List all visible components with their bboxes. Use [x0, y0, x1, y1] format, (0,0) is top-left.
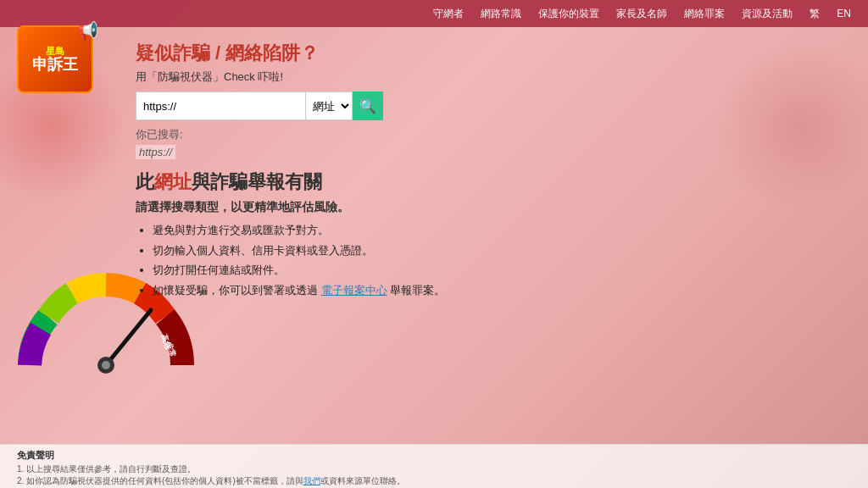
warning-4-suffix: 舉報罪案。 [387, 284, 446, 297]
disclaimer-title: 免責聲明 [17, 449, 851, 462]
warning-4-prefix: 如懷疑受騙，你可以到警署或透過 [153, 284, 321, 297]
warning-item-1: 避免與對方進行交易或匯款予對方。 [153, 222, 834, 239]
warning-item-3: 切勿打開任何連結或附件。 [153, 262, 834, 279]
contact-us-link[interactable]: 我們 [303, 476, 320, 485]
result-subtitle: 請選擇搜尋類型，以更精準地評估風險。 [136, 200, 834, 215]
nav-lang-zh[interactable]: 繁 [810, 7, 820, 21]
result-section: 此網址與詐騙舉報有關 請選擇搜尋類型，以更精準地評估風險。 避免與對方進行交易或… [136, 169, 834, 298]
search-section: 疑似詐騙 / 網絡陷阱？ 用「防騙視伏器」Check 吓啦! 網址 電話 帳號 … [136, 41, 834, 159]
warning-item-2: 切勿輸入個人資料、信用卡資料或登入憑證。 [153, 242, 834, 259]
nav-item-protect[interactable]: 保護你的裝置 [538, 7, 599, 21]
main-content: 疑似詐騙 / 網絡陷阱？ 用「防騙視伏器」Check 吓啦! 網址 電話 帳號 … [119, 32, 851, 441]
result-title-prefix: 此 [136, 171, 154, 192]
search-button[interactable]: 🔍 [353, 92, 383, 120]
nav-lang-en[interactable]: EN [837, 8, 851, 19]
search-icon: 🔍 [359, 98, 376, 114]
result-title-highlight: 網址 [154, 171, 192, 192]
megaphone-icon: 📢 [77, 20, 98, 41]
check-subtitle: 用「防騙視伏器」Check 吓啦! [136, 69, 834, 85]
result-title-suffix: 與詐騙舉報有關 [192, 171, 322, 192]
logo-box: 📢 星島 申訴王 [17, 25, 93, 93]
logo-text-main: 申訴王 [32, 57, 78, 74]
nav-item-knowledge[interactable]: 網路常識 [481, 7, 521, 21]
disclaimer-line1: 1. 以上搜尋結果僅供參考，請自行判斷及查證。 [17, 463, 851, 475]
logo-text-top: 星島 [46, 46, 64, 57]
fraud-title: 疑似詐騙 / 網絡陷阱？ [136, 41, 834, 66]
disclaimer-line2-suffix: 或資料來源單位聯絡。 [320, 476, 405, 485]
searched-url: https:// [136, 145, 175, 159]
disclaimer-line2-prefix: 2. 如你認為防騙視伏器提供的任何資料(包括你的個人資料)被不當標籤，請與 [17, 476, 303, 485]
report-center-link[interactable]: 電子報案中心 [321, 284, 387, 297]
result-title: 此網址與詐騙舉報有關 [136, 169, 834, 195]
footer-disclaimer: 免責聲明 1. 以上搜尋結果僅供參考，請自行判斷及查證。 2. 如你認為防騙視伏… [0, 444, 868, 488]
search-type-select[interactable]: 網址 電話 帳號 [305, 92, 353, 120]
disclaimer-line2: 2. 如你認為防騙視伏器提供的任何資料(包括你的個人資料)被不當標籤，請與我們或… [17, 475, 851, 487]
nav-item-crime[interactable]: 網絡罪案 [684, 7, 725, 21]
nav-item-guardian[interactable]: 守網者 [433, 7, 464, 21]
warning-item-4: 如懷疑受騙，你可以到警署或透過 電子報案中心 舉報罪案。 [153, 282, 834, 299]
navbar: 守網者 網路常識 保護你的裝置 家長及名師 網絡罪案 資源及活動 繁 EN [0, 0, 868, 27]
nav-item-resources[interactable]: 資源及活動 [742, 7, 793, 21]
searched-label: 你已搜尋: [136, 127, 834, 142]
svg-point-2 [102, 361, 110, 369]
warning-list: 避免與對方進行交易或匯款予對方。 切勿輸入個人資料、信用卡資料或登入憑證。 切勿… [136, 222, 834, 298]
nav-item-family[interactable]: 家長及名師 [616, 7, 667, 21]
logo-area: 📢 星島 申訴王 [17, 25, 110, 102]
url-search-input[interactable] [136, 92, 305, 120]
search-bar: 網址 電話 帳號 🔍 [136, 92, 834, 120]
